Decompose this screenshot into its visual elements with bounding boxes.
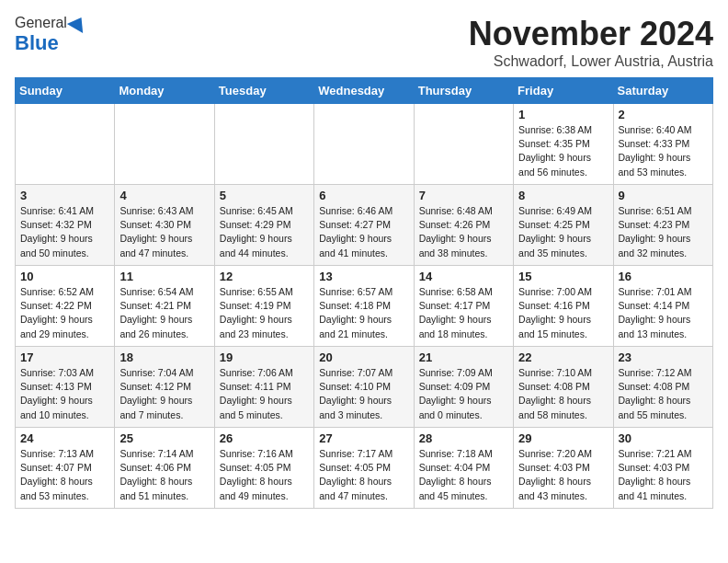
day-info: Sunrise: 7:18 AM Sunset: 4:04 PM Dayligh… [419, 447, 508, 503]
day-info: Sunrise: 7:07 AM Sunset: 4:10 PM Dayligh… [319, 366, 408, 422]
calendar-cell: 5Sunrise: 6:45 AM Sunset: 4:29 PM Daylig… [214, 185, 313, 266]
day-info: Sunrise: 7:09 AM Sunset: 4:09 PM Dayligh… [419, 366, 508, 422]
day-info: Sunrise: 7:13 AM Sunset: 4:07 PM Dayligh… [20, 447, 109, 503]
header-sunday: Sunday [16, 78, 115, 104]
day-info: Sunrise: 6:54 AM Sunset: 4:21 PM Dayligh… [119, 285, 209, 341]
day-number: 1 [518, 108, 608, 121]
day-info: Sunrise: 7:04 AM Sunset: 4:12 PM Dayligh… [119, 366, 209, 422]
header-wednesday: Wednesday [314, 78, 414, 104]
calendar-cell: 18Sunrise: 7:04 AM Sunset: 4:12 PM Dayli… [115, 347, 214, 428]
day-info: Sunrise: 6:58 AM Sunset: 4:17 PM Dayligh… [419, 285, 508, 341]
day-number: 13 [319, 270, 408, 283]
day-number: 17 [20, 350, 109, 364]
header-tuesday: Tuesday [214, 78, 313, 104]
day-info: Sunrise: 6:45 AM Sunset: 4:29 PM Dayligh… [220, 204, 309, 260]
day-number: 27 [319, 431, 408, 445]
calendar-cell: 19Sunrise: 7:06 AM Sunset: 4:11 PM Dayli… [214, 347, 313, 428]
day-number: 24 [20, 431, 109, 445]
day-number: 25 [119, 431, 209, 445]
calendar-cell [16, 104, 115, 185]
calendar-cell: 28Sunrise: 7:18 AM Sunset: 4:04 PM Dayli… [414, 428, 513, 509]
day-number: 11 [119, 270, 209, 283]
calendar-cell: 6Sunrise: 6:46 AM Sunset: 4:27 PM Daylig… [314, 185, 414, 266]
header-thursday: Thursday [414, 78, 513, 104]
calendar-cell: 15Sunrise: 7:00 AM Sunset: 4:16 PM Dayli… [514, 266, 613, 347]
day-number: 6 [319, 189, 408, 202]
calendar-cell: 1Sunrise: 6:38 AM Sunset: 4:35 PM Daylig… [514, 104, 613, 185]
day-info: Sunrise: 7:06 AM Sunset: 4:11 PM Dayligh… [220, 366, 309, 422]
calendar-cell: 13Sunrise: 6:57 AM Sunset: 4:18 PM Dayli… [314, 266, 414, 347]
day-info: Sunrise: 7:20 AM Sunset: 4:03 PM Dayligh… [518, 447, 608, 503]
day-number: 15 [518, 270, 608, 283]
calendar-week-row: 17Sunrise: 7:03 AM Sunset: 4:13 PM Dayli… [16, 347, 713, 428]
calendar-cell: 27Sunrise: 7:17 AM Sunset: 4:05 PM Dayli… [314, 428, 414, 509]
day-number: 22 [518, 350, 608, 364]
calendar-week-row: 24Sunrise: 7:13 AM Sunset: 4:07 PM Dayli… [16, 428, 713, 509]
page: General Blue November 2024 Schwadorf, Lo… [0, 0, 728, 523]
day-info: Sunrise: 6:55 AM Sunset: 4:19 PM Dayligh… [220, 285, 309, 341]
logo-blue-text: Blue [15, 31, 59, 54]
day-info: Sunrise: 7:17 AM Sunset: 4:05 PM Dayligh… [319, 447, 408, 503]
header-saturday: Saturday [613, 78, 712, 104]
calendar-cell: 12Sunrise: 6:55 AM Sunset: 4:19 PM Dayli… [214, 266, 313, 347]
day-number: 26 [220, 431, 309, 445]
day-number: 29 [518, 431, 608, 445]
calendar-cell: 16Sunrise: 7:01 AM Sunset: 4:14 PM Dayli… [613, 266, 712, 347]
day-info: Sunrise: 7:10 AM Sunset: 4:08 PM Dayligh… [518, 366, 608, 422]
calendar-cell: 2Sunrise: 6:40 AM Sunset: 4:33 PM Daylig… [613, 104, 712, 185]
day-info: Sunrise: 6:57 AM Sunset: 4:18 PM Dayligh… [319, 285, 408, 341]
day-info: Sunrise: 6:49 AM Sunset: 4:25 PM Dayligh… [518, 204, 608, 260]
calendar-cell: 10Sunrise: 6:52 AM Sunset: 4:22 PM Dayli… [16, 266, 115, 347]
day-info: Sunrise: 7:00 AM Sunset: 4:16 PM Dayligh… [518, 285, 608, 341]
header-friday: Friday [514, 78, 613, 104]
calendar-cell: 22Sunrise: 7:10 AM Sunset: 4:08 PM Dayli… [514, 347, 613, 428]
calendar-cell: 3Sunrise: 6:41 AM Sunset: 4:32 PM Daylig… [16, 185, 115, 266]
calendar-cell: 8Sunrise: 6:49 AM Sunset: 4:25 PM Daylig… [514, 185, 613, 266]
day-number: 8 [518, 189, 608, 202]
calendar-cell: 7Sunrise: 6:48 AM Sunset: 4:26 PM Daylig… [414, 185, 513, 266]
logo-general-text: General [15, 15, 67, 31]
day-number: 7 [419, 189, 508, 202]
calendar-cell: 24Sunrise: 7:13 AM Sunset: 4:07 PM Dayli… [16, 428, 115, 509]
calendar-cell: 30Sunrise: 7:21 AM Sunset: 4:03 PM Dayli… [613, 428, 712, 509]
title-block: November 2024 Schwadorf, Lower Austria, … [469, 15, 713, 70]
calendar-cell: 23Sunrise: 7:12 AM Sunset: 4:08 PM Dayli… [613, 347, 712, 428]
logo-triangle-icon [67, 13, 89, 33]
day-info: Sunrise: 7:21 AM Sunset: 4:03 PM Dayligh… [619, 447, 708, 503]
day-info: Sunrise: 6:38 AM Sunset: 4:35 PM Dayligh… [518, 123, 608, 179]
calendar-title: November 2024 [469, 15, 713, 53]
calendar-cell: 11Sunrise: 6:54 AM Sunset: 4:21 PM Dayli… [115, 266, 214, 347]
calendar-cell: 14Sunrise: 6:58 AM Sunset: 4:17 PM Dayli… [414, 266, 513, 347]
calendar-location: Schwadorf, Lower Austria, Austria [469, 53, 713, 70]
calendar-cell: 26Sunrise: 7:16 AM Sunset: 4:05 PM Dayli… [214, 428, 313, 509]
day-number: 10 [20, 270, 109, 283]
calendar-table: Sunday Monday Tuesday Wednesday Thursday… [15, 77, 713, 509]
day-info: Sunrise: 7:14 AM Sunset: 4:06 PM Dayligh… [119, 447, 209, 503]
day-info: Sunrise: 6:43 AM Sunset: 4:30 PM Dayligh… [119, 204, 209, 260]
calendar-cell: 4Sunrise: 6:43 AM Sunset: 4:30 PM Daylig… [115, 185, 214, 266]
day-number: 21 [419, 350, 508, 364]
day-info: Sunrise: 6:41 AM Sunset: 4:32 PM Dayligh… [20, 204, 109, 260]
header-monday: Monday [115, 78, 214, 104]
calendar-cell: 29Sunrise: 7:20 AM Sunset: 4:03 PM Dayli… [514, 428, 613, 509]
day-number: 4 [119, 189, 209, 202]
calendar-cell: 25Sunrise: 7:14 AM Sunset: 4:06 PM Dayli… [115, 428, 214, 509]
calendar-cell [214, 104, 313, 185]
calendar-week-row: 3Sunrise: 6:41 AM Sunset: 4:32 PM Daylig… [16, 185, 713, 266]
calendar-cell [314, 104, 414, 185]
day-number: 23 [619, 350, 708, 364]
day-info: Sunrise: 6:40 AM Sunset: 4:33 PM Dayligh… [619, 123, 708, 179]
day-number: 20 [319, 350, 408, 364]
day-number: 16 [619, 270, 708, 283]
day-number: 5 [220, 189, 309, 202]
day-info: Sunrise: 6:48 AM Sunset: 4:26 PM Dayligh… [419, 204, 508, 260]
day-info: Sunrise: 7:16 AM Sunset: 4:05 PM Dayligh… [220, 447, 309, 503]
calendar-cell [115, 104, 214, 185]
logo: General Blue [15, 15, 87, 55]
header: General Blue November 2024 Schwadorf, Lo… [15, 15, 713, 70]
day-number: 28 [419, 431, 508, 445]
day-number: 3 [20, 189, 109, 202]
day-info: Sunrise: 6:51 AM Sunset: 4:23 PM Dayligh… [619, 204, 708, 260]
day-info: Sunrise: 6:46 AM Sunset: 4:27 PM Dayligh… [319, 204, 408, 260]
day-number: 18 [119, 350, 209, 364]
